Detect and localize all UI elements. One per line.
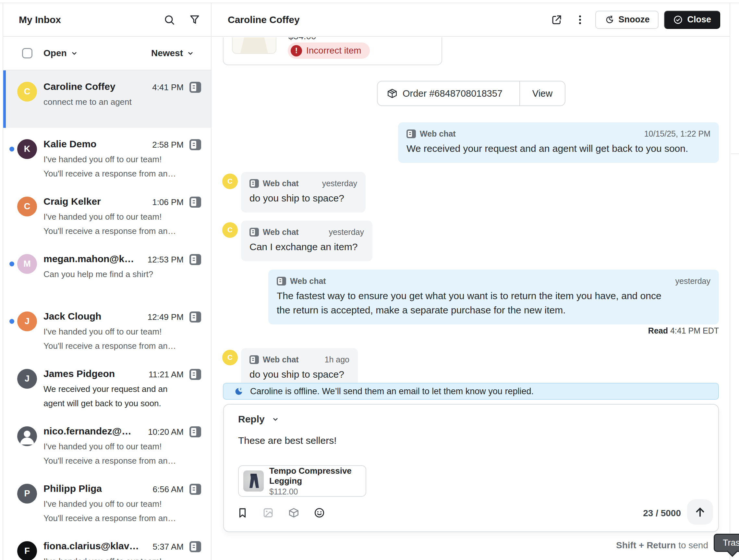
conversation-header: Caroline Coffey Snooze Close bbox=[211, 3, 730, 37]
select-all-checkbox[interactable] bbox=[22, 48, 32, 58]
message-text: do you ship to space? bbox=[250, 191, 357, 205]
avatar: J bbox=[17, 311, 37, 331]
right-panel-divider bbox=[731, 153, 739, 154]
message-thread: $54.00 ! Incorrect item Order #684870801… bbox=[211, 37, 730, 560]
web-chat-icon bbox=[189, 426, 201, 437]
incorrect-item-badge: ! Incorrect item bbox=[288, 42, 370, 59]
conversation-list-item[interactable]: CCaroline Coffey4:41 PMconnect me to an … bbox=[3, 71, 211, 128]
customer-message: CWeb chatyesterdayCan I exchange an item… bbox=[222, 221, 373, 261]
conversation-time: 11:21 AM bbox=[149, 370, 184, 380]
order-item-card: $54.00 ! Incorrect item bbox=[223, 37, 442, 65]
web-chat-icon bbox=[277, 277, 286, 286]
conversation-name: nico.fernandez@… bbox=[43, 426, 131, 437]
product-card-clip: $54.00 ! Incorrect item bbox=[211, 37, 730, 65]
svg-text:z: z bbox=[240, 387, 242, 391]
read-receipt: Read 4:41 PM EDT bbox=[648, 326, 719, 335]
conversation-list-item[interactable]: KKalie Demo2:58 PMI've handed you off to… bbox=[3, 128, 211, 185]
web-chat-icon bbox=[189, 82, 201, 93]
conversation-list-item[interactable]: Ffiona.clarius@klav…5:37 AMI've handed y… bbox=[3, 530, 211, 560]
web-chat-icon bbox=[250, 355, 259, 364]
channel-label: Web chat bbox=[420, 129, 456, 139]
alert-icon: ! bbox=[291, 45, 302, 56]
sidebar-header: My Inbox bbox=[3, 3, 211, 37]
send-button[interactable] bbox=[687, 499, 713, 525]
avatar: C bbox=[222, 222, 238, 238]
web-chat-icon bbox=[250, 228, 259, 237]
avatar bbox=[17, 426, 37, 446]
conversation-time: 6:56 AM bbox=[153, 484, 184, 495]
status-filter[interactable]: Open bbox=[43, 48, 67, 58]
conversation-list-item[interactable]: JJack Clough12:49 PMI've handed you off … bbox=[3, 300, 211, 358]
conversation-time: 10:20 AM bbox=[148, 427, 184, 437]
message-text: We received your request and an agent wi… bbox=[407, 141, 711, 156]
web-chat-icon bbox=[189, 254, 201, 265]
web-chat-icon bbox=[189, 196, 201, 207]
agent-message: Web chat10/15/25, 1:22 PMWe received you… bbox=[398, 122, 719, 163]
more-options-icon[interactable] bbox=[574, 14, 586, 26]
reply-mode-selector[interactable]: Reply bbox=[238, 414, 280, 425]
reply-mode-label: Reply bbox=[238, 414, 265, 425]
sort-selector[interactable]: Newest bbox=[151, 48, 183, 58]
conversation-list-item[interactable]: nico.fernandez@…10:20 AMI've handed you … bbox=[3, 415, 211, 472]
conversation-time: 12:53 PM bbox=[148, 255, 184, 265]
conversation-preview: I've handed you off to our team!You'll r… bbox=[43, 497, 176, 525]
conversation-time: 5:37 AM bbox=[153, 542, 184, 552]
conversation-preview: I've handed you off to our team!You'll r… bbox=[43, 152, 176, 181]
channel-label: Web chat bbox=[263, 355, 299, 364]
unread-dot bbox=[9, 147, 14, 151]
channel-label: Web chat bbox=[263, 228, 299, 237]
app-window: My Inbox Open Newest CCaroline Coffey4:4… bbox=[0, 3, 739, 560]
check-circle-icon bbox=[673, 15, 683, 25]
conversation-name: fiona.clarius@klav… bbox=[43, 541, 139, 552]
conversation-list-item[interactable]: JJames Pidgeon11:21 AMWe received your r… bbox=[3, 358, 211, 415]
snooze-button[interactable]: Snooze bbox=[595, 11, 658, 29]
conversation-time: 1:06 PM bbox=[152, 197, 184, 207]
insert-image-icon[interactable] bbox=[263, 507, 274, 519]
chevron-down-icon bbox=[271, 415, 280, 423]
conversation-name: Philipp Pliga bbox=[43, 483, 102, 494]
conversation-name: megan.mahon@k… bbox=[43, 253, 134, 264]
conversation-list-item[interactable]: PPhilipp Pliga6:56 AMI've handed you off… bbox=[3, 472, 211, 530]
conversation-name: Craig Kelker bbox=[43, 196, 101, 207]
web-chat-icon bbox=[189, 484, 201, 495]
message-time: yesterday bbox=[656, 276, 711, 286]
channel-label: Web chat bbox=[263, 179, 299, 188]
order-link[interactable]: Order #6848708018357 bbox=[378, 82, 520, 106]
attached-product-card[interactable]: Tempo Compressive Legging $112.00 bbox=[238, 465, 366, 497]
draft-text[interactable]: These are best sellers! bbox=[238, 435, 336, 446]
conversation-list-item[interactable]: CCraig Kelker1:06 PMI've handed you off … bbox=[3, 185, 211, 243]
emoji-icon[interactable] bbox=[314, 507, 325, 519]
filter-icon[interactable] bbox=[189, 14, 200, 26]
product-price: $54.00 bbox=[288, 37, 316, 41]
send-shortcut-hint: Shift + Return to send bbox=[616, 540, 708, 551]
conversation-preview: I've handed you off to our team!You'll r… bbox=[43, 324, 176, 353]
message-time: 1h ago bbox=[305, 355, 349, 364]
insert-product-icon[interactable] bbox=[288, 507, 299, 519]
conversation-name: Kalie Demo bbox=[43, 139, 96, 150]
conversation-name: James Pidgeon bbox=[43, 368, 115, 379]
offline-notice: z Caroline is offline. We’ll send them a… bbox=[223, 383, 719, 400]
conversation-preview: We received your request and anagent wil… bbox=[43, 382, 168, 410]
header-controls: Snooze Close bbox=[551, 11, 720, 29]
open-external-icon[interactable] bbox=[551, 14, 563, 26]
message-text: do you ship to space? bbox=[250, 367, 349, 382]
composer-toolbar bbox=[237, 507, 325, 519]
conversation-time: 12:49 PM bbox=[148, 312, 184, 322]
unread-dot bbox=[9, 262, 14, 266]
legging-product-image bbox=[243, 470, 264, 492]
snooze-label: Snooze bbox=[618, 15, 649, 25]
reply-composer[interactable]: Reply These are best sellers! Tempo Comp… bbox=[223, 404, 719, 532]
conversation-time: 2:58 PM bbox=[152, 140, 184, 150]
conversation-list-item[interactable]: Mmegan.mahon@k…12:53 PMCan you help me f… bbox=[3, 243, 211, 300]
conversation-preview: Can you help me find a shirt? bbox=[43, 267, 153, 281]
avatar: C bbox=[222, 174, 238, 189]
avatar: K bbox=[17, 139, 37, 159]
inbox-sidebar: My Inbox Open Newest CCaroline Coffey4:4… bbox=[3, 3, 211, 560]
macros-bookmark-icon[interactable] bbox=[237, 507, 248, 519]
package-icon bbox=[387, 88, 398, 99]
close-ticket-button[interactable]: Close bbox=[664, 11, 720, 29]
message-text: The fastest way to ensure you get what y… bbox=[277, 289, 669, 317]
moon-z-icon bbox=[604, 15, 614, 25]
order-view-button[interactable]: View bbox=[520, 82, 565, 106]
search-icon[interactable] bbox=[163, 14, 175, 26]
